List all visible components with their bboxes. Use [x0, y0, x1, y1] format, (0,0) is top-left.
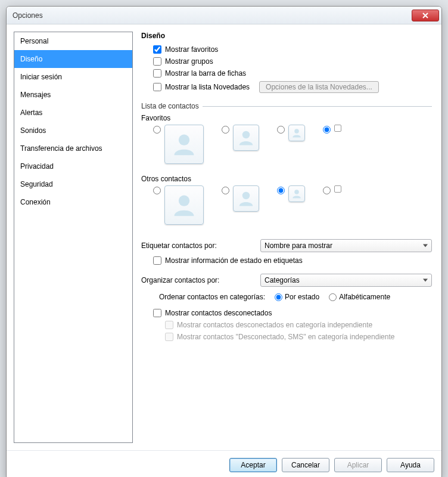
tag-by-label: Etiquetar contactos por: [141, 241, 260, 250]
label-offline-separate: Mostrar contactos desconectados en categ… [177, 321, 372, 329]
others-size-row [141, 185, 432, 225]
avatar-small-preview [288, 185, 305, 202]
person-icon [237, 129, 255, 147]
organize-by-row: Organizar contactos por: Categorías [141, 274, 432, 287]
sidebar-item-diseno[interactable]: Diseño [14, 50, 132, 68]
person-icon [237, 190, 255, 207]
sidebar-item-alertas[interactable]: Alertas [14, 104, 132, 122]
checkbox-show-offline[interactable] [153, 309, 161, 317]
sort-alpha-label: Alfabéticamente [339, 293, 390, 301]
radio-favorites-small[interactable] [277, 126, 285, 134]
no-avatar-preview [334, 125, 341, 132]
checkbox-show-tabbar[interactable] [153, 69, 161, 78]
panel-heading: Diseño [141, 32, 432, 40]
checkbox-offline-sms-separate [165, 333, 173, 341]
sidebar-item-iniciar-sesion[interactable]: Iniciar sesión [14, 68, 132, 86]
radio-others-none[interactable] [323, 187, 331, 194]
radio-sort-alpha[interactable] [329, 293, 337, 301]
radio-others-medium[interactable] [222, 187, 229, 194]
tag-by-row: Etiquetar contactos por: Nombre para mos… [141, 239, 432, 252]
checkbox-offline-separate [165, 321, 173, 329]
news-options-button: Opciones de la lista Novedades... [259, 81, 379, 93]
favorites-opt-large[interactable] [153, 125, 204, 164]
chevron-down-icon [423, 279, 428, 282]
checkbox-show-news[interactable] [153, 83, 161, 91]
sort-alpha-option[interactable]: Alfabéticamente [329, 293, 390, 301]
label-show-tabbar: Mostrar la barra de fichas [165, 69, 246, 78]
row-show-news: Mostrar la lista Novedades Opciones de l… [141, 79, 432, 95]
others-opt-small[interactable] [277, 185, 305, 202]
chevron-down-icon [423, 244, 428, 247]
label-show-groups: Mostrar grupos [165, 57, 213, 66]
organize-by-combo[interactable]: Categorías [260, 274, 432, 287]
checkbox-show-status-info[interactable] [153, 256, 161, 265]
tag-by-value: Nombre para mostrar [265, 241, 332, 250]
svg-point-1 [242, 131, 250, 139]
favorites-size-row [141, 125, 432, 164]
radio-others-large[interactable] [153, 187, 161, 194]
favorites-opt-medium[interactable] [222, 125, 259, 151]
organize-by-label: Organizar contactos por: [141, 276, 260, 284]
divider [203, 106, 432, 107]
favorites-sublabel: Favoritos [141, 114, 432, 122]
radio-others-small[interactable] [277, 187, 285, 194]
label-show-favorites: Mostrar favoritos [165, 45, 218, 54]
avatar-large-preview [164, 125, 204, 164]
design-panel: Diseño Mostrar favoritos Mostrar grupos … [139, 32, 434, 443]
others-opt-large[interactable] [153, 185, 204, 225]
close-button[interactable] [412, 10, 439, 21]
close-icon [422, 13, 429, 18]
avatar-medium-preview [233, 185, 259, 212]
sidebar-item-seguridad[interactable]: Seguridad [14, 175, 132, 193]
options-dialog: Opciones Personal Diseño Iniciar sesión … [6, 6, 442, 477]
checkbox-show-favorites[interactable] [153, 45, 161, 54]
tag-by-combo[interactable]: Nombre para mostrar [260, 239, 432, 252]
help-button[interactable]: Ayuda [387, 458, 434, 472]
svg-point-5 [294, 190, 299, 194]
sidebar-item-personal[interactable]: Personal [14, 32, 132, 50]
person-icon [171, 131, 197, 157]
row-offline-sms-separate: Mostrar contactos "Desconectado, SMS" en… [141, 331, 432, 343]
sort-status-label: Por estado [285, 293, 319, 301]
svg-point-2 [294, 129, 299, 134]
accept-button[interactable]: Aceptar [229, 458, 277, 472]
radio-favorites-none[interactable] [323, 126, 331, 134]
row-offline-separate: Mostrar contactos desconectados en categ… [141, 319, 432, 331]
row-show-tabbar: Mostrar la barra de fichas [141, 67, 432, 79]
others-opt-medium[interactable] [222, 185, 259, 212]
sidebar-item-mensajes[interactable]: Mensajes [14, 86, 132, 104]
label-show-status-info: Mostrar información de estado en etiquet… [165, 256, 303, 265]
row-show-groups: Mostrar grupos [141, 55, 432, 67]
radio-sort-status[interactable] [275, 293, 282, 301]
sidebar-item-privacidad[interactable]: Privacidad [14, 157, 132, 175]
label-show-news: Mostrar la lista Novedades [165, 83, 250, 91]
row-show-status-info: Mostrar información de estado en etiquet… [141, 255, 432, 267]
sidebar-item-sonidos[interactable]: Sonidos [14, 122, 132, 140]
avatar-small-preview [288, 125, 305, 141]
avatar-medium-preview [233, 125, 259, 151]
radio-favorites-large[interactable] [153, 126, 161, 134]
radio-favorites-medium[interactable] [222, 126, 229, 134]
favorites-opt-small[interactable] [277, 125, 305, 141]
others-opt-none[interactable] [323, 185, 341, 194]
titlebar: Opciones [7, 7, 441, 24]
sidebar-item-transferencia[interactable]: Transferencia de archivos [14, 140, 132, 157]
organize-by-value: Categorías [265, 276, 300, 284]
row-show-offline: Mostrar contactos desconectados [141, 307, 432, 319]
checkbox-show-groups[interactable] [153, 57, 161, 66]
sort-row: Ordenar contactos en categorías: Por est… [141, 293, 432, 301]
category-sidebar: Personal Diseño Iniciar sesión Mensajes … [14, 32, 133, 443]
person-icon [291, 128, 302, 138]
person-icon [171, 192, 197, 218]
sidebar-item-conexion[interactable]: Conexión [14, 193, 132, 211]
label-show-offline: Mostrar contactos desconectados [165, 309, 272, 317]
favorites-opt-none[interactable] [323, 125, 341, 134]
apply-button: Aplicar [334, 458, 382, 472]
window-title: Opciones [13, 11, 412, 20]
sort-by-status-option[interactable]: Por estado [275, 293, 319, 301]
cancel-button[interactable]: Cancelar [282, 458, 329, 472]
contact-list-label: Lista de contactos [141, 102, 199, 110]
dialog-content: Personal Diseño Iniciar sesión Mensajes … [7, 24, 441, 450]
person-icon [291, 188, 302, 199]
no-avatar-preview [334, 185, 341, 193]
